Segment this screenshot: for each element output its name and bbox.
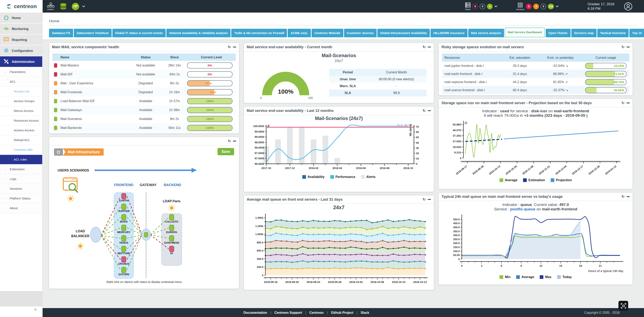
minimize-icon[interactable] xyxy=(428,110,431,111)
footer-link-documentation[interactable]: Documentation xyxy=(244,311,267,314)
gauge-info-row: Unav. time00:00:00 (0 new alert(s)) xyxy=(329,76,426,83)
fullscreen-button[interactable] xyxy=(618,301,628,311)
services-icon[interactable]: services xyxy=(516,2,524,10)
service-badge[interactable]: 5 xyxy=(526,3,532,9)
sidebar-item-menus-access[interactable]: Menus Access xyxy=(0,106,42,116)
sidebar-item-acl-rules[interactable]: ACL rules xyxy=(0,155,42,165)
minimize-icon[interactable] xyxy=(428,199,431,200)
table-row[interactable]: Mail-GatewaysAvailable1h 38m100% xyxy=(52,105,236,114)
tab-open-tickets[interactable]: Open Tickets xyxy=(546,29,570,37)
breadcrumb[interactable]: Home xyxy=(49,19,60,23)
sidebar-item-monitoring[interactable]: Monitoring xyxy=(0,23,42,34)
refresh-icon[interactable]: ↻ xyxy=(622,195,624,198)
status-square xyxy=(54,90,57,94)
panel-risky-storage: Risky storage spaces evolution on mail s… xyxy=(438,42,633,96)
table-row[interactable]: Mail - User ExperienceDegraded8m 2s50% xyxy=(52,79,236,88)
service-badge[interactable]: 4 xyxy=(533,3,539,9)
minimize-icon[interactable] xyxy=(626,103,630,104)
refresh-icon[interactable]: ↻ xyxy=(423,45,426,49)
database-status-icon[interactable] xyxy=(59,0,67,12)
refresh-icon[interactable]: ↻ xyxy=(228,139,231,143)
table-row[interactable]: mail-jupiter-frontend - disk-/29.3 days-… xyxy=(442,62,630,70)
sidebar-item-configuration[interactable]: Configuration xyxy=(0,45,42,56)
diagram-breadcrumb[interactable]: Mail Infrastructure xyxy=(54,148,104,156)
table-row[interactable]: Mail-ScenariosAvailable8m 2s100% xyxy=(52,114,236,123)
refresh-icon[interactable]: ↻ xyxy=(228,45,231,49)
minimize-icon[interactable] xyxy=(233,141,236,142)
refresh-icon[interactable]: ↻ xyxy=(423,198,426,201)
refresh-icon[interactable]: ↻ xyxy=(622,101,624,105)
infrastructure-diagram[interactable]: USERS SCENARIOSFRONTENDGATEWAYBACKENDLDA… xyxy=(52,157,236,283)
tab-global-infrastructure-availability[interactable]: Global Infrastructure Availability xyxy=(378,29,430,37)
tab-database-fs[interactable]: Database FS xyxy=(49,29,73,37)
tab-global-it-status-current-events[interactable]: Global IT status & current events xyxy=(112,29,166,37)
sidebar-item-sessions[interactable]: Sessions xyxy=(0,184,42,194)
sidebar-item-reload-acl[interactable]: Reload ACL xyxy=(0,135,42,145)
sidebar-item-access-list[interactable]: Access List xyxy=(0,87,42,96)
host-badge[interactable]: 0 xyxy=(472,3,478,9)
sidebar-item-administration[interactable]: Administration xyxy=(0,56,42,67)
tab-tactical-overview[interactable]: Tactical Overview xyxy=(597,29,628,37)
service-name: Mail-Scenarios xyxy=(60,117,130,121)
sidebar-item-extensions[interactable]: ›Extensions xyxy=(0,165,42,174)
latency-status-icon[interactable] xyxy=(72,0,80,12)
tab-datacenters-tem-hum[interactable]: Datacenters Tem/Hum xyxy=(74,29,112,37)
sidebar-item-access-groups[interactable]: Access Groups xyxy=(0,96,42,106)
sidebar-item-parameters[interactable]: ›Parameters xyxy=(0,67,42,77)
services-chevron-icon[interactable] xyxy=(555,5,558,7)
user-avatar[interactable] xyxy=(624,0,633,12)
service-badge[interactable]: 118 xyxy=(548,3,554,9)
home-icon[interactable] xyxy=(54,148,63,156)
table-row[interactable]: mail-earth-frontend - disk-/31.4 days88.… xyxy=(442,70,630,78)
sidebar-item-logs[interactable]: ›Logs xyxy=(0,174,42,184)
tab-hillmore-insurance[interactable]: HILLMORE Insurance xyxy=(430,29,467,37)
host-badge[interactable]: 0 xyxy=(480,3,485,9)
sidebar-item-centreon-mbi[interactable]: Centreon MBI xyxy=(0,145,42,155)
centreon-logo[interactable]: centreon xyxy=(0,0,42,12)
refresh-icon[interactable]: ↻ xyxy=(622,45,624,49)
legend-item: Availability xyxy=(302,175,324,179)
save-button[interactable]: Save xyxy=(218,148,234,155)
tab-trafic-nb-connection-on-firewall[interactable]: Trafic & Nb connection on Firewall xyxy=(232,29,287,37)
chart-legend: AverageEstimationProjection xyxy=(439,178,633,182)
tab-mail-service-dashboard[interactable]: Mail Service Dashboard xyxy=(505,27,545,37)
sidebar-collapse-button[interactable]: « xyxy=(34,307,37,312)
tab-customer-journey[interactable]: Customer Journey xyxy=(344,29,376,37)
tab-acme-corp-[interactable]: ACME corp. xyxy=(288,29,311,37)
sidebar-item-actions-access[interactable]: Actions Access xyxy=(0,126,42,135)
tab-services-map[interactable]: Services map xyxy=(571,29,596,37)
tab-network-availability-reliability-analysis[interactable]: Network availability & reliability analy… xyxy=(166,29,230,37)
tab-mail-service-analysis[interactable]: Mail service analysis xyxy=(468,29,504,37)
sidebar-item-home[interactable]: Home xyxy=(0,12,42,23)
sidebar-item-about[interactable]: About xyxy=(0,204,42,213)
table-row[interactable]: Mail-BackendsAvailable56m 11s100% xyxy=(52,123,236,132)
refresh-icon[interactable]: ↻ xyxy=(423,109,426,112)
sidebar-item-reporting[interactable]: Reporting xyxy=(0,34,42,45)
footer-link-centreon[interactable]: Centreon xyxy=(310,311,324,314)
minimize-icon[interactable] xyxy=(626,47,630,48)
host-badge[interactable]: 5 xyxy=(487,3,493,9)
table-row[interactable]: mail-neptune-frontend - disk-/44.2 days8… xyxy=(442,78,630,86)
footer-link-centreon-support[interactable]: Centreon Support xyxy=(274,311,302,314)
footer-link-slack[interactable]: Slack xyxy=(361,311,369,314)
minimize-icon[interactable] xyxy=(428,47,431,48)
minimize-icon[interactable] xyxy=(626,196,630,197)
sidebar-item-platform-status[interactable]: ›Platform Status xyxy=(0,194,42,204)
pollers-group[interactable]: pollers xyxy=(47,0,54,12)
table-row[interactable]: mail-uranus-frontend - disk-/60.4 days-3… xyxy=(442,86,630,94)
minimize-icon[interactable] xyxy=(233,47,236,48)
table-row[interactable]: Load-Balancer-Mail-IDFAvailable1h 57m100… xyxy=(52,96,236,105)
hosts-chevron-icon[interactable] xyxy=(494,5,498,7)
service-badge[interactable]: 0 xyxy=(540,3,546,9)
tab-top-10[interactable]: Top 10 xyxy=(630,29,644,37)
sidebar-item-acl[interactable]: ›ACL xyxy=(0,77,42,87)
table-row[interactable]: Mail-MastersNot available28m 14s0% xyxy=(52,61,236,70)
sidebar-item-resources-access[interactable]: Resources Access xyxy=(0,116,42,126)
poller-dropdown-chevron-icon[interactable] xyxy=(82,0,85,12)
tab-centreon-website[interactable]: Centreon Website xyxy=(312,29,343,37)
table-row[interactable]: Mail-FrontendsDegraded1h 16m60% xyxy=(52,88,236,96)
table-row[interactable]: Mail-IDFNot available34m 2s0% xyxy=(52,70,236,79)
hosts-icon[interactable]: hosts xyxy=(465,2,471,10)
legend-item: Today xyxy=(557,275,572,279)
footer-link-github-project[interactable]: Github Project xyxy=(331,311,353,314)
